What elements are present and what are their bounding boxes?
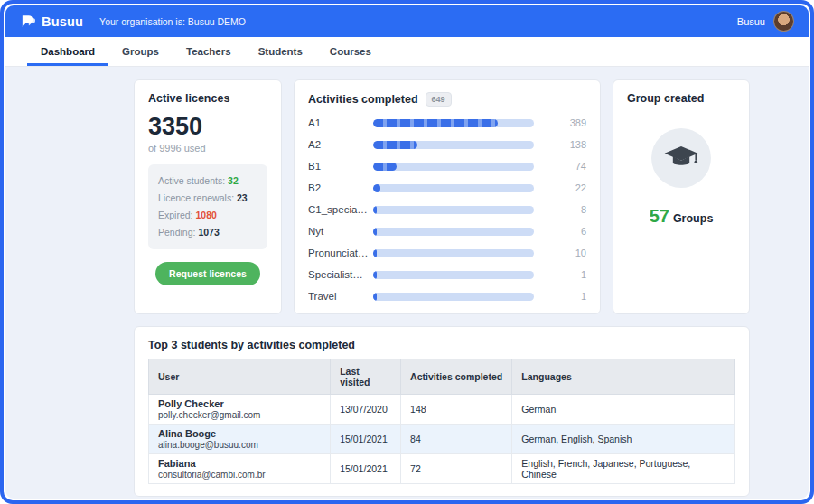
cell-user: Fabiana consultoria@cambi.com.br	[149, 454, 331, 484]
bar-label: Pronunciat…	[308, 247, 373, 258]
tab-students[interactable]: Students	[245, 37, 316, 66]
student-email: polly.checker@gmail.com	[158, 410, 321, 420]
bar-label: C1_special…	[308, 204, 373, 215]
bar-value: 6	[547, 226, 586, 237]
tab-groups[interactable]: Groups	[108, 37, 173, 66]
stat-label: Pending:	[158, 227, 195, 238]
stat-label: Licence renewals:	[158, 192, 234, 203]
stat-active-students: Active students: 32	[158, 173, 257, 190]
cell-languages: English, French, Japanese, Portuguese, C…	[512, 454, 735, 484]
bar-track	[373, 184, 534, 192]
top-students-card: Top 3 students by activities completed U…	[134, 326, 750, 497]
bar-fill	[373, 271, 377, 279]
bar-label: A1	[308, 117, 373, 128]
bar-row: C1_special… 8	[308, 204, 586, 215]
request-licences-button[interactable]: Request licences	[155, 262, 260, 285]
nav-tabs: Dashboard Groups Teachers Students Cours…	[5, 37, 809, 67]
bar-value: 389	[547, 117, 586, 128]
table-row: Alina Booge alina.booge@busuu.com 15/01/…	[149, 425, 735, 454]
bar-label: Travel	[308, 291, 373, 302]
table-row: Polly Checker polly.checker@gmail.com 13…	[149, 395, 735, 425]
student-name: Alina Booge	[158, 428, 321, 439]
bar-label: B2	[308, 182, 373, 193]
cell-last-visited: 15/01/2021	[331, 425, 401, 454]
tab-courses[interactable]: Courses	[316, 37, 385, 66]
stat-pending: Pending: 1073	[158, 224, 257, 241]
bar-label: B1	[308, 161, 373, 172]
cell-last-visited: 13/07/2020	[331, 395, 401, 425]
busuu-logo[interactable]: Busuu	[20, 14, 83, 29]
stat-expired: Expired: 1080	[158, 207, 257, 224]
licence-stats-panel: Active students: 32 Licence renewals: 23…	[148, 164, 267, 249]
student-name: Polly Checker	[158, 398, 321, 409]
tab-teachers[interactable]: Teachers	[173, 37, 245, 66]
bar-fill	[373, 119, 498, 127]
bar-track	[373, 163, 534, 171]
app-window: Busuu Your organisation is: Busuu DEMO B…	[0, 0, 814, 504]
student-email: alina.booge@busuu.com	[158, 440, 321, 450]
stat-value: 1080	[195, 210, 216, 220]
group-created-card: Group created 57 Groups	[613, 79, 750, 314]
app-inner: Busuu Your organisation is: Busuu DEMO B…	[5, 5, 809, 499]
top-bar-right: Busuu	[737, 11, 794, 32]
cell-activities: 84	[401, 425, 512, 454]
bar-fill	[373, 228, 377, 236]
bar-row: Travel 1	[308, 291, 586, 302]
org-label: Your organisation is: Busuu DEMO	[99, 16, 246, 27]
cell-user: Alina Booge alina.booge@busuu.com	[149, 425, 331, 454]
groups-count-line: 57 Groups	[650, 206, 714, 227]
bar-row: B2 22	[308, 182, 586, 193]
bar-value: 1	[547, 269, 586, 280]
bar-fill	[373, 141, 417, 149]
bar-track	[373, 206, 534, 214]
stat-value: 32	[228, 175, 239, 186]
bar-label: Specialist_…	[308, 269, 373, 280]
student-name: Fabiana	[158, 458, 321, 469]
bar-row: A1 389	[308, 117, 586, 128]
col-header-user: User	[149, 359, 331, 395]
bar-track	[373, 119, 534, 127]
bar-row: Nyt 6	[308, 226, 586, 237]
tab-dashboard[interactable]: Dashboard	[27, 37, 108, 66]
students-table: User Last visited Activities completed L…	[148, 359, 735, 484]
cell-activities: 148	[401, 395, 512, 425]
activities-total-badge: 649	[426, 92, 452, 107]
col-header-last-visited: Last visited	[331, 359, 401, 395]
active-licences-card: Active licences 3350 of 9996 used Active…	[134, 79, 282, 314]
bar-row: Pronunciat… 10	[308, 247, 586, 258]
col-header-languages: Languages	[512, 359, 735, 395]
cards-row: Active licences 3350 of 9996 used Active…	[134, 79, 750, 314]
brand-text: Busuu	[42, 14, 83, 29]
main-content: Active licences 3350 of 9996 used Active…	[5, 67, 809, 499]
activities-title: Activities completed	[308, 93, 418, 106]
licence-subtitle: of 9996 used	[148, 143, 267, 154]
top-bar: Busuu Your organisation is: Busuu DEMO B…	[5, 5, 809, 37]
activities-bar-chart: A1 389 A2 138 B1 74	[308, 117, 586, 302]
user-name: Busuu	[737, 16, 765, 27]
table-header-row: User Last visited Activities completed L…	[149, 359, 735, 395]
table-row: Fabiana consultoria@cambi.com.br 15/01/2…	[149, 454, 735, 484]
stat-value: 23	[237, 192, 248, 203]
stat-label: Active students:	[158, 175, 225, 186]
activities-header: Activities completed 649	[308, 92, 586, 107]
bar-track	[373, 141, 534, 149]
bar-label: A2	[308, 139, 373, 150]
bar-value: 22	[547, 182, 586, 193]
licence-count: 3350	[148, 113, 267, 141]
bar-fill	[373, 206, 377, 214]
groups-count: 57	[650, 206, 669, 227]
bar-label: Nyt	[308, 226, 373, 237]
stat-value: 1073	[198, 227, 219, 238]
avatar[interactable]	[773, 11, 794, 32]
activities-completed-card: Activities completed 649 A1 389 A2 138	[294, 79, 601, 314]
bar-fill	[373, 293, 377, 301]
bar-track	[373, 293, 534, 301]
bar-fill	[373, 184, 380, 192]
bar-track	[373, 271, 534, 279]
cell-languages: German, English, Spanish	[512, 425, 735, 454]
cell-languages: German	[512, 395, 735, 425]
bar-track	[373, 228, 534, 236]
bar-track	[373, 249, 534, 257]
col-header-activities: Activities completed	[401, 359, 512, 395]
cell-last-visited: 15/01/2021	[331, 454, 401, 484]
